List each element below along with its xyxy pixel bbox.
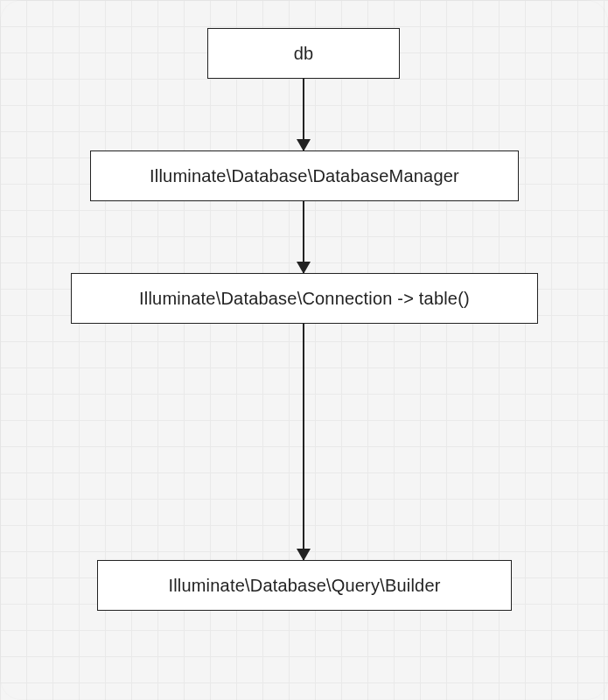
node-label: Illuminate\Database\Connection -> table(… (139, 289, 470, 309)
node-connection-table: Illuminate\Database\Connection -> table(… (71, 273, 538, 324)
arrow-3 (303, 324, 304, 560)
arrow-1 (303, 79, 304, 150)
node-query-builder: Illuminate\Database\Query\Builder (97, 560, 512, 611)
node-label: Illuminate\Database\DatabaseManager (150, 166, 459, 186)
diagram-canvas: db Illuminate\Database\DatabaseManager I… (0, 0, 608, 700)
node-database-manager: Illuminate\Database\DatabaseManager (90, 150, 519, 201)
node-label: db (294, 44, 314, 64)
node-db: db (207, 28, 400, 79)
arrow-2 (303, 201, 304, 273)
node-label: Illuminate\Database\Query\Builder (168, 576, 440, 596)
